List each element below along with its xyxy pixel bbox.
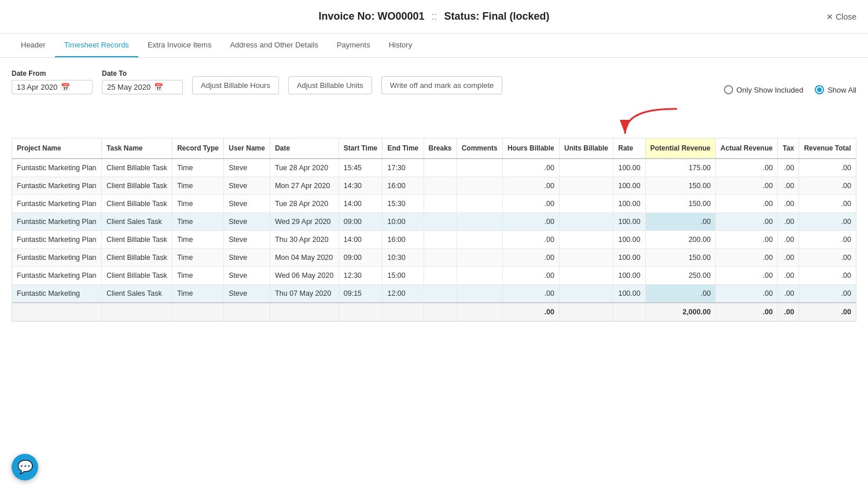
table-cell: Time xyxy=(172,285,224,303)
tab-timesheet-records[interactable]: Timesheet Records xyxy=(55,34,138,57)
table-cell xyxy=(457,195,502,213)
totals-cell xyxy=(224,303,270,321)
table-cell xyxy=(424,213,457,231)
table-cell: Client Billable Task xyxy=(102,159,172,177)
table-cell: .00 xyxy=(799,249,856,267)
date-to-group: Date To 25 May 2020 📅 xyxy=(102,69,183,94)
close-icon: ✕ xyxy=(826,12,833,21)
filters-row: Date From 13 Apr 2020 📅 Date To 25 May 2… xyxy=(12,69,856,94)
title-separator: :: xyxy=(432,10,437,23)
col-start-time: Start Time xyxy=(339,138,382,159)
table-cell: Client Billable Task xyxy=(102,249,172,267)
col-comments: Comments xyxy=(457,138,502,159)
totals-cell xyxy=(559,303,613,321)
table-cell: .00 xyxy=(502,195,559,213)
col-units-billable: Units Billable xyxy=(559,138,613,159)
table-row[interactable]: Funtastic Marketing PlanClient Billable … xyxy=(12,195,856,213)
table-cell: .00 xyxy=(716,249,778,267)
table-cell xyxy=(457,213,502,231)
close-button[interactable]: ✕ Close xyxy=(826,12,856,21)
totals-cell: .00 xyxy=(778,303,799,321)
table-cell: .00 xyxy=(778,213,799,231)
table-cell: .00 xyxy=(799,285,856,303)
table-cell: .00 xyxy=(778,267,799,285)
adjust-billable-units-button[interactable]: Adjust Billable Units xyxy=(288,76,372,94)
table-cell xyxy=(559,195,613,213)
totals-cell xyxy=(457,303,502,321)
col-task-name: Task Name xyxy=(102,138,172,159)
col-record-type: Record Type xyxy=(172,138,224,159)
table-cell: Steve xyxy=(224,267,270,285)
table-cell: 100.00 xyxy=(613,177,645,195)
totals-row: .002,000.00.00.00.00 xyxy=(12,303,856,321)
date-to-label: Date To xyxy=(102,69,183,78)
tab-history[interactable]: History xyxy=(380,34,421,57)
tab-payments[interactable]: Payments xyxy=(328,34,380,57)
red-arrow-annotation xyxy=(619,106,689,139)
col-hours-billable: Hours Billable xyxy=(502,138,559,159)
table-row[interactable]: Funtastic MarketingClient Sales TaskTime… xyxy=(12,285,856,303)
table-cell: Time xyxy=(172,231,224,249)
col-potential-revenue: Potential Revenue xyxy=(645,138,715,159)
adjust-billable-hours-button[interactable]: Adjust Billable Hours xyxy=(192,76,279,94)
table-cell xyxy=(457,177,502,195)
tab-extra-invoice-items[interactable]: Extra Invoice Items xyxy=(138,34,221,57)
table-cell xyxy=(559,177,613,195)
table-cell: Mon 27 Apr 2020 xyxy=(270,177,339,195)
content-area: Date From 13 Apr 2020 📅 Date To 25 May 2… xyxy=(0,58,868,333)
invoice-title: Invoice No: WO00001 xyxy=(318,10,424,23)
totals-cell: .00 xyxy=(799,303,856,321)
table-cell: Wed 06 May 2020 xyxy=(270,267,339,285)
table-row[interactable]: Funtastic Marketing PlanClient Billable … xyxy=(12,249,856,267)
table-row[interactable]: Funtastic Marketing PlanClient Billable … xyxy=(12,267,856,285)
table-cell: 150.00 xyxy=(645,249,715,267)
table-cell: .00 xyxy=(502,159,559,177)
table-cell: Client Billable Task xyxy=(102,231,172,249)
table-cell xyxy=(559,249,613,267)
table-cell: Steve xyxy=(224,249,270,267)
timesheet-table-container: Project Name Task Name Record Type User … xyxy=(12,138,856,322)
table-cell: .00 xyxy=(799,213,856,231)
tab-address-and-other-details[interactable]: Address and Other Details xyxy=(220,34,327,57)
table-cell: .00 xyxy=(645,213,715,231)
table-cell: .00 xyxy=(502,231,559,249)
col-project-name: Project Name xyxy=(12,138,102,159)
table-cell: .00 xyxy=(502,177,559,195)
date-to-input[interactable]: 25 May 2020 📅 xyxy=(102,80,183,94)
table-cell: Time xyxy=(172,159,224,177)
table-cell: 09:00 xyxy=(339,213,382,231)
timesheet-table: Project Name Task Name Record Type User … xyxy=(12,138,856,321)
calendar-icon: 📅 xyxy=(61,83,70,91)
table-cell: Funtastic Marketing xyxy=(12,285,102,303)
totals-cell xyxy=(613,303,645,321)
table-cell: .00 xyxy=(716,231,778,249)
table-cell: .00 xyxy=(778,249,799,267)
table-cell xyxy=(424,231,457,249)
table-cell: 12:30 xyxy=(339,267,382,285)
table-cell xyxy=(424,159,457,177)
table-row[interactable]: Funtastic Marketing PlanClient Billable … xyxy=(12,159,856,177)
table-cell: Time xyxy=(172,249,224,267)
table-cell: Client Billable Task xyxy=(102,177,172,195)
table-cell: Funtastic Marketing Plan xyxy=(12,213,102,231)
col-tax: Tax xyxy=(778,138,799,159)
radio-only-included-label: Only Show Included xyxy=(737,86,804,94)
radio-only-show-included[interactable]: Only Show Included xyxy=(724,85,804,94)
table-row[interactable]: Funtastic Marketing PlanClient Sales Tas… xyxy=(12,213,856,231)
table-cell: Steve xyxy=(224,213,270,231)
table-cell: .00 xyxy=(778,195,799,213)
radio-circle-only-included xyxy=(724,85,733,94)
table-cell: Steve xyxy=(224,159,270,177)
table-row[interactable]: Funtastic Marketing PlanClient Billable … xyxy=(12,177,856,195)
tab-header[interactable]: Header xyxy=(12,34,55,57)
table-cell: 100.00 xyxy=(613,249,645,267)
radio-show-all[interactable]: Show All xyxy=(815,85,856,94)
write-off-button[interactable]: Write off and mark as complete xyxy=(381,76,502,94)
totals-cell xyxy=(424,303,457,321)
table-cell: .00 xyxy=(799,231,856,249)
date-from-input[interactable]: 13 Apr 2020 📅 xyxy=(12,80,93,94)
table-cell: 10:30 xyxy=(382,249,424,267)
table-cell: 16:00 xyxy=(382,231,424,249)
table-cell: Thu 07 May 2020 xyxy=(270,285,339,303)
table-row[interactable]: Funtastic Marketing PlanClient Billable … xyxy=(12,231,856,249)
